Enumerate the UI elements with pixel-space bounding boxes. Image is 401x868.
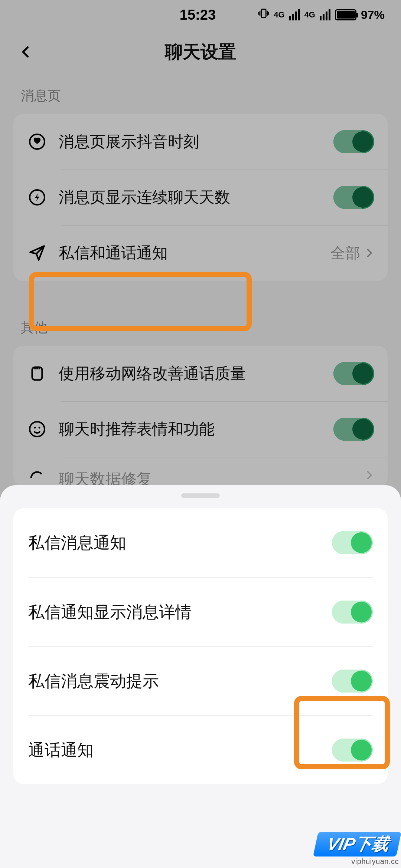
- battery-percent: 97%: [361, 8, 385, 22]
- svg-rect-0: [261, 9, 266, 18]
- row-chat-data-repair[interactable]: 聊天数据修复: [13, 457, 388, 487]
- refresh-icon: [24, 469, 50, 487]
- sheet-label: 通话通知: [28, 739, 332, 761]
- signal-2-icon: [320, 9, 330, 20]
- sheet-label: 私信通知显示消息详情: [28, 601, 332, 623]
- status-time: 15:23: [137, 7, 258, 23]
- toggle-dm-notify[interactable]: [332, 531, 373, 554]
- bottom-sheet: 私信消息通知 私信通知显示消息详情 私信消息震动提示 通话通知: [0, 485, 401, 868]
- row-label: 私信和通话通知: [59, 243, 330, 263]
- lightning-chat-icon: [24, 184, 50, 211]
- toggle-chat-days[interactable]: [333, 186, 374, 209]
- row-recommend-emoji[interactable]: 聊天时推荐表情和功能: [13, 401, 388, 457]
- toggle-mobile-network[interactable]: [333, 362, 374, 385]
- back-button[interactable]: [15, 41, 37, 63]
- toggle-dm-vibrate[interactable]: [332, 670, 373, 693]
- sim-icon: [24, 360, 50, 387]
- vibrate-icon: [258, 8, 269, 22]
- svg-point-5: [34, 427, 36, 429]
- svg-point-6: [39, 427, 40, 429]
- toggle-douyin-moment[interactable]: [333, 130, 374, 153]
- smile-icon: [24, 416, 50, 443]
- signal-1-icon: [289, 9, 300, 20]
- row-label: 使用移动网络改善通话质量: [59, 363, 333, 384]
- send-icon: [24, 240, 50, 266]
- sheet-drag-handle[interactable]: [181, 493, 220, 498]
- battery-icon: [335, 9, 356, 20]
- row-label: 聊天时推荐表情和功能: [59, 419, 333, 440]
- status-right: 4G 4G 97%: [258, 8, 385, 22]
- watermark-url: viphuiyuan.cc: [316, 857, 399, 866]
- watermark-brand: VIP下载: [313, 832, 401, 857]
- status-bar: 15:23 4G 4G 97%: [0, 0, 401, 30]
- sheet-row-dm-detail[interactable]: 私信通知显示消息详情: [28, 577, 373, 646]
- app-header: 聊天设置: [0, 30, 401, 74]
- row-label: 消息页显示连续聊天天数: [59, 187, 333, 208]
- chevron-right-icon: [364, 247, 374, 259]
- row-mobile-network-call[interactable]: 使用移动网络改善通话质量: [13, 346, 388, 401]
- other-section-label: 其他: [13, 306, 388, 346]
- row-value: 全部: [330, 243, 360, 263]
- sheet-label: 私信消息震动提示: [28, 670, 332, 692]
- other-section: 其他 使用移动网络改善通话质量 聊天时推荐表情和功能 聊天数据修复: [0, 306, 401, 487]
- heart-outline-icon: [24, 128, 50, 155]
- row-douyin-moment[interactable]: 消息页展示抖音时刻: [13, 114, 388, 170]
- page-title: 聊天设置: [0, 40, 401, 64]
- sheet-row-dm-notify[interactable]: 私信消息通知: [28, 508, 373, 577]
- row-chat-days[interactable]: 消息页显示连续聊天天数: [13, 170, 388, 225]
- message-page-section: 消息页 消息页展示抖音时刻 消息页显示连续聊天天数 私信和通话通知 全部: [0, 74, 401, 281]
- row-label: 聊天数据修复: [59, 469, 364, 487]
- chevron-right-icon: [364, 469, 374, 481]
- message-page-section-label: 消息页: [13, 74, 388, 114]
- svg-point-4: [30, 422, 45, 437]
- watermark: VIP下载 viphuiyuan.cc: [316, 832, 399, 866]
- sheet-row-dm-vibrate[interactable]: 私信消息震动提示: [28, 646, 373, 715]
- toggle-call-notify[interactable]: [332, 739, 373, 762]
- sheet-label: 私信消息通知: [28, 532, 332, 554]
- row-label: 消息页展示抖音时刻: [59, 131, 333, 152]
- sheet-row-call-notify[interactable]: 通话通知: [28, 715, 373, 784]
- row-dm-call-notify[interactable]: 私信和通话通知 全部: [13, 225, 388, 281]
- network-1-label: 4G: [274, 10, 284, 20]
- toggle-dm-detail[interactable]: [332, 601, 373, 624]
- toggle-recommend-emoji[interactable]: [333, 418, 374, 441]
- network-2-label: 4G: [304, 10, 315, 20]
